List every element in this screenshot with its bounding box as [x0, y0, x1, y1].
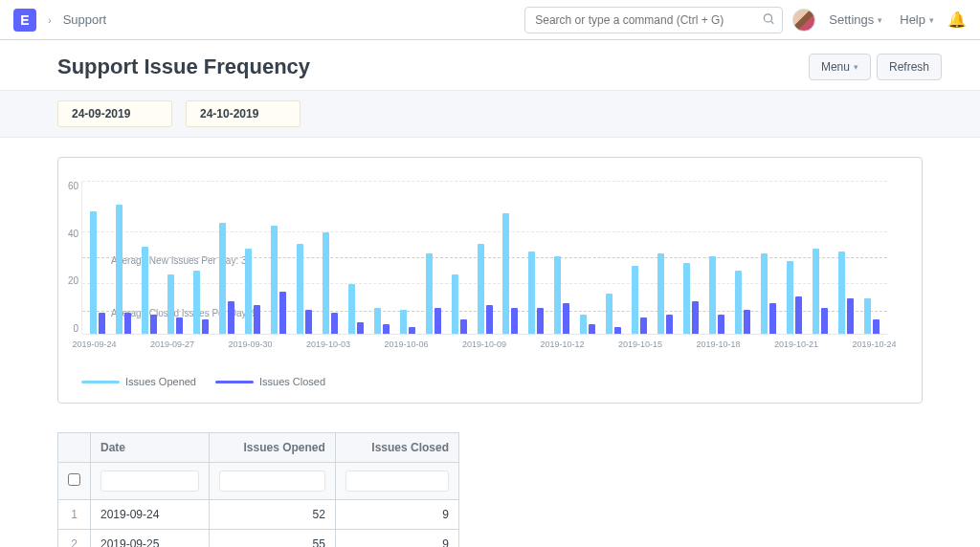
bar-closed[interactable]: [795, 296, 802, 334]
table-row[interactable]: 22019-09-25559: [58, 530, 459, 548]
bar-group: [499, 181, 523, 334]
bar-opened[interactable]: [554, 256, 561, 334]
bar-opened[interactable]: [813, 249, 819, 334]
search-input[interactable]: [524, 7, 783, 33]
checkbox-header[interactable]: [58, 433, 91, 463]
bar-opened[interactable]: [323, 232, 329, 334]
app-logo[interactable]: E: [13, 9, 36, 32]
bar-opened[interactable]: [528, 252, 535, 334]
bar-closed[interactable]: [460, 319, 467, 334]
table-row[interactable]: 12019-09-24529: [58, 500, 459, 530]
bar-closed[interactable]: [99, 313, 105, 334]
page-title: Support Issue Frequency: [57, 55, 803, 79]
bar-closed[interactable]: [383, 324, 390, 334]
bar-closed[interactable]: [744, 310, 750, 334]
bar-opened[interactable]: [580, 315, 587, 334]
avatar[interactable]: [792, 9, 815, 32]
bar-opened[interactable]: [297, 244, 303, 334]
bar-closed[interactable]: [254, 305, 260, 334]
refresh-button[interactable]: Refresh: [877, 54, 942, 80]
menu-button[interactable]: Menu ▾: [809, 54, 871, 80]
breadcrumb[interactable]: Support: [63, 12, 107, 27]
bar-closed[interactable]: [821, 308, 828, 334]
bar-opened[interactable]: [426, 253, 433, 334]
bar-closed[interactable]: [873, 319, 880, 334]
to-date-input[interactable]: 24-10-2019: [186, 100, 301, 127]
bar-closed[interactable]: [537, 308, 544, 334]
bar-closed[interactable]: [640, 317, 647, 334]
bar-opened[interactable]: [193, 271, 200, 334]
bar-closed[interactable]: [176, 317, 183, 334]
bar-opened[interactable]: [245, 249, 252, 334]
bar-closed[interactable]: [202, 319, 209, 334]
bar-opened[interactable]: [374, 308, 381, 334]
help-menu[interactable]: Help ▾: [896, 12, 938, 27]
bar-closed[interactable]: [305, 310, 312, 334]
col-opened[interactable]: Issues Opened: [210, 433, 336, 463]
bar-opened[interactable]: [787, 261, 793, 334]
svg-point-0: [765, 13, 772, 21]
bar-opened[interactable]: [90, 211, 97, 334]
bar-opened[interactable]: [838, 252, 845, 334]
bar-closed[interactable]: [150, 315, 157, 334]
bar-closed[interactable]: [718, 315, 724, 334]
row-index: 1: [58, 500, 91, 530]
bar-closed[interactable]: [357, 322, 364, 334]
bar-opened[interactable]: [167, 274, 174, 334]
filter-closed-input[interactable]: [345, 470, 449, 492]
bar-closed[interactable]: [434, 308, 441, 334]
cell-date: 2019-09-24: [91, 500, 210, 530]
bar-closed[interactable]: [563, 303, 569, 334]
bar-group: [473, 181, 497, 334]
bar-closed[interactable]: [486, 305, 493, 334]
bar-closed[interactable]: [769, 303, 776, 334]
bar-opened[interactable]: [657, 253, 664, 334]
bar-opened[interactable]: [219, 223, 226, 334]
from-date-input[interactable]: 24-09-2019: [57, 100, 172, 127]
bar-group: [138, 181, 162, 334]
col-closed[interactable]: Issues Closed: [335, 433, 458, 463]
bar-closed[interactable]: [666, 315, 673, 334]
bar-closed[interactable]: [279, 292, 286, 334]
bar-opened[interactable]: [452, 274, 458, 334]
bar-opened[interactable]: [632, 266, 638, 334]
bar-group: [215, 181, 239, 334]
bar-opened[interactable]: [735, 271, 742, 334]
x-tick: 2019-10-06: [384, 339, 428, 349]
bar-closed[interactable]: [511, 308, 518, 334]
bar-closed[interactable]: [589, 324, 595, 334]
bell-icon[interactable]: 🔔: [947, 11, 967, 29]
bar-opened[interactable]: [683, 263, 690, 334]
chevron-down-icon: ▾: [929, 15, 934, 25]
bar-closed[interactable]: [124, 313, 131, 334]
settings-menu[interactable]: Settings ▾: [825, 12, 886, 27]
bar-opened[interactable]: [400, 310, 407, 334]
filter-opened-input[interactable]: [219, 470, 325, 492]
bar-opened[interactable]: [142, 247, 148, 334]
bar-closed[interactable]: [614, 327, 621, 334]
bar-opened[interactable]: [606, 294, 612, 334]
chevron-right-icon: ›: [48, 14, 52, 26]
bar-opened[interactable]: [116, 205, 122, 334]
bar-group: [395, 181, 419, 334]
x-tick: 2019-10-09: [462, 339, 506, 349]
x-tick: 2019-10-24: [852, 339, 896, 349]
bar-closed[interactable]: [847, 298, 854, 334]
bar-opened[interactable]: [864, 298, 871, 334]
bar-opened[interactable]: [478, 244, 484, 334]
bar-opened[interactable]: [271, 226, 278, 334]
bar-group: [267, 181, 291, 334]
bar-opened[interactable]: [348, 284, 355, 334]
bar-closed[interactable]: [409, 327, 415, 334]
filter-date-input[interactable]: [100, 470, 199, 492]
bar-opened[interactable]: [761, 253, 768, 334]
bar-closed[interactable]: [331, 313, 338, 334]
select-all-checkbox[interactable]: [58, 463, 91, 500]
bar-opened[interactable]: [502, 213, 509, 334]
col-date[interactable]: Date: [91, 433, 210, 463]
settings-label: Settings: [829, 12, 874, 27]
bar-closed[interactable]: [228, 301, 234, 334]
bar-closed[interactable]: [692, 301, 699, 334]
bar-opened[interactable]: [709, 256, 716, 334]
cell-date: 2019-09-25: [91, 530, 210, 548]
